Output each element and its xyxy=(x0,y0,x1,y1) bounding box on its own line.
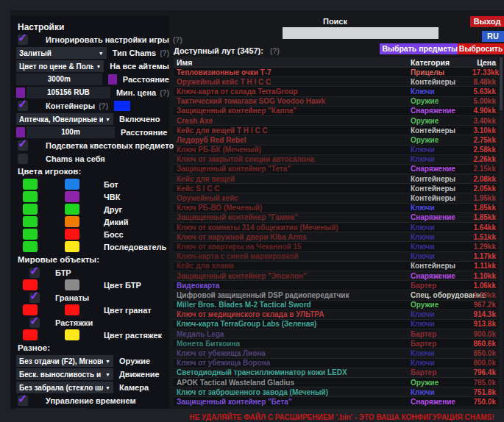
color-swatch[interactable] xyxy=(23,204,38,215)
chams-type-value: Залитый xyxy=(19,49,52,57)
loot-row[interactable]: Crash AxeОружие3.40kk xyxy=(174,116,497,126)
loot-distance-label: Расстояние xyxy=(121,128,167,137)
loot-row[interactable]: Ключ-карта TerraGroup Labs (Зеленая)Ключ… xyxy=(174,320,497,329)
ignore-settings-checkbox[interactable] xyxy=(18,35,28,45)
loot-row[interactable]: Ключ от наружной двери Kiba ArmsКлючи1.5… xyxy=(174,232,497,242)
loot-row[interactable]: Кейс S I C CКонтейнеры2.05kk xyxy=(174,184,497,193)
color-swatch[interactable] xyxy=(65,329,79,340)
loot-row[interactable]: ВидеокартаБартер1.06kk xyxy=(174,281,497,290)
world-object-color-row: Цвет растяжек xyxy=(16,329,169,341)
loot-item-price: 796.4k xyxy=(472,368,497,376)
chams-type-dropdown[interactable]: Залитый ▼ xyxy=(16,47,107,59)
scrollbar-thumb[interactable] xyxy=(500,57,503,110)
all-items-dropdown[interactable]: Цвет по цене & Пользователь ▼ xyxy=(16,60,104,72)
loot-row[interactable]: Ключ-карта от склада TerraGroupКлючи5.63… xyxy=(174,87,497,96)
loot-row[interactable]: Оружейный кейс T H I C CКонтейнеры8.48kk xyxy=(174,77,497,87)
color-swatch[interactable] xyxy=(65,304,79,315)
drop-all-button[interactable]: Выбросить все xyxy=(458,43,504,54)
min-price-input[interactable]: 105156 RUB xyxy=(26,87,110,99)
distance-color-swatch[interactable] xyxy=(108,74,117,85)
loot-row[interactable] xyxy=(174,407,497,409)
color-swatch[interactable] xyxy=(65,241,79,252)
loot-row[interactable]: Ключ-карта с синей маркировкойКлючи1.17k… xyxy=(174,252,497,262)
loot-row[interactable]: Кейс для вещей T H I C CКонтейнеры3.10kk xyxy=(174,126,497,135)
chams-self-row: Chams на себя xyxy=(16,153,169,165)
distance-input[interactable]: 3000m xyxy=(16,74,102,85)
loot-item-name: Оружейный кейс xyxy=(174,194,411,202)
color-swatch[interactable] xyxy=(65,204,79,215)
loot-row[interactable]: Оружейный кейсКонтейнеры1.95kk xyxy=(174,193,497,203)
loot-row[interactable]: Ледоруб Red RebelОружие2.75kk xyxy=(174,135,497,145)
loot-row[interactable]: Тактический томагавк SOG Voodoo HawkОруж… xyxy=(174,97,497,107)
loot-row[interactable]: Защищенный контейнер "Тета"Снаряжение2.1… xyxy=(174,165,497,174)
loot-row[interactable]: Ключ от убежища ЛионаКлючи850.0k xyxy=(174,348,497,358)
loot-row[interactable]: Медаль LegaБартер900.0k xyxy=(174,329,497,339)
color-swatch[interactable] xyxy=(23,216,38,227)
loot-row[interactable]: Тепловизионные очки Т-7Прицелы17.33kk xyxy=(174,68,497,77)
loot-row[interactable]: Кейс для вещейКонтейнеры2.08kk xyxy=(174,174,497,184)
loot-row[interactable]: Miller Bros. Blades M-2 Tactical SwordОр… xyxy=(174,301,497,310)
loot-row[interactable]: Ключ от закрытой секции автосалонаКлючи2… xyxy=(174,155,497,165)
loot-row[interactable]: Защищенный контейнер "Гамма"Снаряжение1.… xyxy=(174,213,497,223)
time-control-checkbox[interactable] xyxy=(18,396,28,406)
hours-input[interactable]: 21h xyxy=(16,408,86,409)
player-color-label: Босс xyxy=(104,230,124,239)
chams-self-checkbox[interactable] xyxy=(18,154,28,164)
loot-item-category: Оружие xyxy=(411,97,472,105)
camera-dropdown[interactable]: Без забрала (стекло шлема) ▼ xyxy=(16,382,113,393)
loot-scrollbar[interactable] xyxy=(500,57,503,409)
loot-row[interactable]: Ключ от медицинского склада в УЛЬТРАКлюч… xyxy=(174,310,497,320)
loot-item-name: Ключ от наружной двери Kiba Arms xyxy=(174,233,411,241)
loot-row[interactable]: Монета БиткоинаБартер860.6k xyxy=(174,339,497,348)
loot-row[interactable]: Ключ РБ-БК (Меченый)Ключи2.58kk xyxy=(174,146,497,155)
loot-row[interactable]: Защищенный контейнер "Каппа"Снаряжение4.… xyxy=(174,107,497,116)
containers-color-swatch[interactable] xyxy=(114,101,130,111)
loot-row[interactable]: Защищенный контейнер "Эпсилон"Снаряжение… xyxy=(174,271,497,281)
loot-row[interactable]: Ключ от комнаты 314 общежития (Меченый)К… xyxy=(174,223,497,232)
loot-distance-color-swatch[interactable] xyxy=(16,127,25,137)
loot-row[interactable]: Ключ РБ-ВО (Меченый)Ключи1.85kk xyxy=(174,204,497,213)
world-objects-list: БТРЦвет БТРГранатыЦвет гранатРастяжкиЦве… xyxy=(16,266,169,341)
color-swatch[interactable] xyxy=(23,229,38,240)
quest-highlight-checkbox[interactable] xyxy=(18,140,28,151)
min-price-color-swatch[interactable] xyxy=(16,87,25,98)
loot-row[interactable]: Кейс для хламаКонтейнеры1.11kk xyxy=(174,262,497,271)
loot-row[interactable]: Светодиодный трансиллюминатор кожи LEDXБ… xyxy=(174,368,497,378)
loot-filter-dropdown[interactable]: Аптечка, Ювелирные и... ▼ xyxy=(16,113,113,125)
player-color-label: Друг xyxy=(104,205,122,214)
loot-row[interactable]: APOK Tactical Wasteland GladiusОружие785… xyxy=(174,378,497,387)
quest-highlight-row: Подсветка квестовых предметов xyxy=(16,140,169,151)
color-swatch[interactable] xyxy=(23,191,38,202)
color-swatch[interactable] xyxy=(65,216,79,227)
world-object-checkbox[interactable] xyxy=(29,268,40,278)
loot-row[interactable]: Ключ от убежища ВоронаКлючи800.0k xyxy=(174,359,497,368)
search-input[interactable] xyxy=(283,27,439,39)
containers-checkbox[interactable] xyxy=(18,101,28,111)
camera-value: Без забрала (стекло шлема) xyxy=(19,384,103,392)
loot-row[interactable]: Ключ от квартиры на Чеканной 15Ключи1.29… xyxy=(174,242,497,251)
loot-item-category: Снаряжение xyxy=(411,398,472,406)
language-button[interactable]: RU xyxy=(482,31,504,42)
color-swatch[interactable] xyxy=(65,229,79,240)
loot-row[interactable]: Защищенный контейнер "Бета"Снаряжение750… xyxy=(174,397,497,407)
color-swatch[interactable] xyxy=(23,241,38,252)
loot-item-category: Ключи xyxy=(411,349,472,357)
color-swatch[interactable] xyxy=(23,179,38,190)
color-swatch[interactable] xyxy=(65,179,79,190)
color-swatch[interactable] xyxy=(23,329,38,340)
world-object-label: БТР xyxy=(55,268,71,277)
color-swatch[interactable] xyxy=(65,191,79,202)
weapon-dropdown[interactable]: Без отдачи (F2), Мгновенное п ▼ xyxy=(16,355,113,367)
loot-row[interactable]: Ключ от заброшенного завода (Меченый)Клю… xyxy=(174,387,497,397)
loot-distance-input[interactable]: 100m xyxy=(26,126,115,138)
loot-row[interactable]: Цифровой защищенный DSP радиопередатчикС… xyxy=(174,290,497,300)
player-color-row: Бот xyxy=(16,178,169,190)
world-object-checkbox[interactable] xyxy=(29,293,40,303)
world-object-checkbox[interactable] xyxy=(29,318,40,328)
loot-item-name: Тактический томагавк SOG Voodoo Hawk xyxy=(174,97,411,105)
loot-item-name: Ключ-карта TerraGroup Labs (Зеленая) xyxy=(174,320,411,328)
color-swatch[interactable] xyxy=(65,279,79,290)
movement-dropdown[interactable]: Беск. выносливость и нет уста ▼ xyxy=(16,368,113,380)
loot-item-name: Медаль Lega xyxy=(174,330,411,338)
exit-button[interactable]: Выход xyxy=(470,16,504,27)
